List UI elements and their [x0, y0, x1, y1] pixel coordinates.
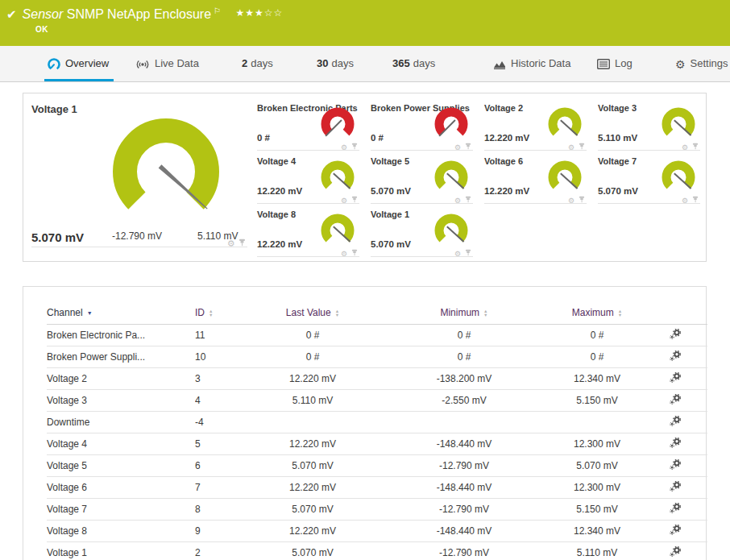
tab-label: days [251, 57, 272, 69]
sort-icon: ▲▼ [209, 309, 213, 317]
channel-gauge-cell[interactable]: Voltage 7 5.070 mV ⚙ [591, 151, 705, 204]
tab-overview[interactable]: Overview [48, 46, 109, 81]
gauge-settings-gear-icon[interactable]: ⚙ [682, 197, 688, 205]
pin-icon[interactable] [579, 143, 585, 150]
channel-gauge-cell[interactable]: Voltage 1 5.070 mV ⚙ [364, 204, 478, 257]
channel-table-row: Voltage 7 8 5.070 mV -12.790 mV 5.150 mV [47, 498, 707, 520]
channel-table-row: Broken Electronic Pa... 11 0 # 0 # 0 # [47, 324, 707, 346]
column-header-minimum[interactable]: Minimum▲▼ [377, 301, 551, 324]
gauge-settings-gear-icon[interactable]: ⚙ [454, 250, 461, 258]
pin-icon[interactable] [692, 143, 699, 150]
pin-icon[interactable] [238, 239, 246, 247]
cell-last-value: 12.220 mV [248, 476, 377, 498]
channel-settings-gears-icon[interactable] [670, 351, 681, 363]
channel-label: Voltage 3 [598, 103, 637, 113]
tab-number: 365 [392, 57, 410, 69]
cell-id: 11 [195, 324, 248, 346]
pin-icon[interactable] [465, 249, 471, 256]
tab-label: Log [615, 57, 633, 69]
pin-icon[interactable] [692, 196, 699, 203]
column-header-last-value[interactable]: Last Value▲▼ [248, 301, 377, 324]
tab-historic-data[interactable]: Historic Data [493, 46, 570, 81]
flag-icon[interactable]: ⚐ [214, 6, 221, 15]
gear-icon: ⚙ [675, 58, 686, 71]
channel-gauge-cell[interactable]: Broken Power Supplies 0 # ⚙ [364, 97, 478, 151]
channel-value: 0 # [371, 133, 384, 143]
channel-settings-gears-icon[interactable] [670, 525, 681, 537]
channel-value: 5.070 mV [371, 239, 411, 249]
tab-365-days[interactable]: 365days [392, 46, 435, 81]
cell-maximum: 12.340 mV [551, 520, 643, 541]
cell-id: 8 [195, 498, 248, 520]
sort-desc-icon: ▼ [87, 310, 93, 316]
cell-minimum: -148.440 mV [377, 433, 551, 454]
tab-30-days[interactable]: 30days [317, 46, 354, 81]
cell-minimum: -148.440 mV [377, 520, 551, 541]
tab-2-days[interactable]: 2days [242, 46, 273, 81]
column-header-maximum[interactable]: Maximum▲▼ [551, 301, 643, 324]
primary-channel-gauge[interactable]: Voltage 1 5.070 mV -12.790 mV 5.110 mV ⚙ [23, 93, 251, 247]
cell-maximum: 5.150 mV [551, 498, 643, 520]
cell-channel: Voltage 7 [47, 498, 195, 520]
pin-icon[interactable] [579, 196, 585, 203]
channel-table-row: Voltage 5 6 5.070 mV -12.790 mV 5.070 mV [47, 454, 707, 476]
channel-settings-gears-icon[interactable] [670, 329, 681, 342]
tab-label: Overview [65, 57, 109, 69]
pin-icon[interactable] [351, 143, 358, 150]
channel-gauge-cell[interactable]: Voltage 8 12.220 mV ⚙ [251, 204, 364, 257]
tab-log[interactable]: Log [597, 46, 633, 81]
channel-settings-gears-icon[interactable] [670, 438, 681, 450]
channel-gauge-cell[interactable]: Broken Electronic Parts 0 # ⚙ [251, 97, 364, 151]
gauge-settings-gear-icon[interactable]: ⚙ [568, 197, 574, 205]
channel-table-row: Voltage 2 3 12.220 mV -138.200 mV 12.340… [47, 367, 707, 389]
cell-minimum: 0 # [377, 346, 551, 367]
cell-minimum: -148.440 mV [377, 476, 551, 498]
channel-gauge-cell[interactable]: Voltage 2 12.220 mV ⚙ [478, 97, 591, 151]
channel-settings-gears-icon[interactable] [670, 481, 681, 494]
tab-bar: Overview Live Data 2days 30days 365days … [0, 46, 730, 82]
channel-settings-gears-icon[interactable] [670, 546, 681, 559]
channel-settings-gears-icon[interactable] [670, 372, 681, 385]
channel-value: 12.220 mV [484, 133, 529, 143]
pin-icon[interactable] [465, 143, 471, 150]
gauge-dial [433, 160, 469, 195]
pin-icon[interactable] [351, 249, 358, 256]
cell-minimum: 0 # [377, 324, 551, 346]
pin-icon[interactable] [465, 196, 471, 203]
sensor-type-label: Sensor [23, 7, 64, 21]
column-header-channel[interactable]: Channel▼ [47, 301, 195, 324]
channel-settings-gears-icon[interactable] [670, 459, 681, 472]
channel-label: Voltage 6 [484, 156, 523, 166]
gauge-icon [48, 58, 60, 71]
cell-channel: Voltage 8 [47, 520, 195, 541]
tab-live-data[interactable]: Live Data [135, 46, 199, 81]
cell-last-value: 12.220 mV [248, 520, 377, 541]
cell-minimum: -12.790 mV [377, 541, 551, 560]
channel-gauge-cell[interactable]: Voltage 3 5.110 mV ⚙ [591, 97, 705, 151]
gauge-settings-gear-icon[interactable]: ⚙ [227, 239, 235, 249]
channel-label: Voltage 8 [257, 209, 296, 219]
column-header-actions [643, 301, 707, 324]
channel-value: 5.070 mV [371, 186, 411, 196]
cell-id: 10 [195, 346, 248, 367]
gauge-dial [102, 107, 230, 236]
channel-table-row: Downtime -4 [47, 411, 707, 433]
cell-maximum: 12.340 mV [551, 367, 643, 389]
sort-icon: ▲▼ [335, 309, 339, 317]
column-header-id[interactable]: ID▲▼ [195, 301, 248, 324]
gauge-settings-gear-icon[interactable]: ⚙ [341, 250, 347, 258]
channel-settings-gears-icon[interactable] [670, 503, 681, 516]
pin-icon[interactable] [351, 196, 358, 203]
channel-settings-gears-icon[interactable] [670, 416, 681, 429]
channel-label: Voltage 4 [257, 156, 296, 166]
channel-gauge-cell[interactable]: Voltage 5 5.070 mV ⚙ [364, 151, 478, 204]
cell-maximum: 5.110 mV [551, 541, 643, 560]
tab-settings[interactable]: ⚙Settings [675, 46, 728, 81]
tab-number: 30 [317, 57, 328, 69]
priority-stars[interactable]: ★★★☆☆ [236, 7, 284, 19]
gauges-panel: Voltage 1 5.070 mV -12.790 mV 5.110 mV ⚙ [23, 93, 707, 262]
channel-settings-gears-icon[interactable] [670, 394, 681, 407]
channel-gauge-cell[interactable]: Voltage 6 12.220 mV ⚙ [478, 151, 591, 204]
cell-id: -4 [195, 411, 248, 433]
channel-gauge-cell[interactable]: Voltage 4 12.220 mV ⚙ [251, 151, 364, 204]
